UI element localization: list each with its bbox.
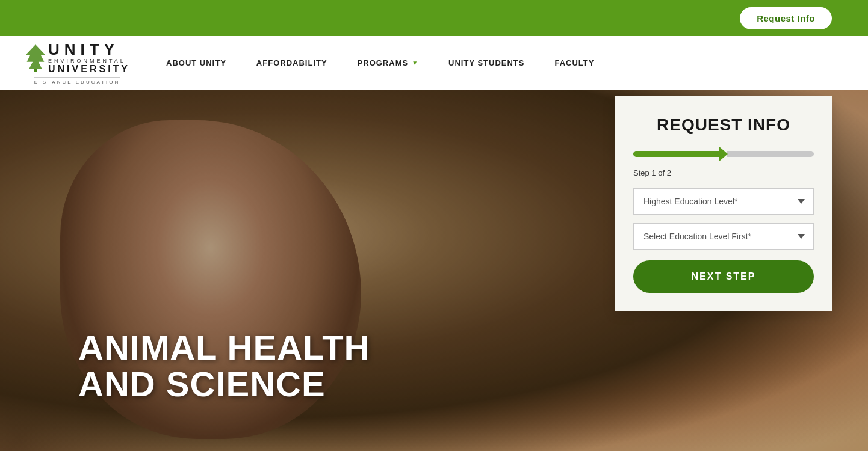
hero-title: ANIMAL HEALTH AND SCIENCE: [78, 330, 370, 403]
nav-link-programs[interactable]: PROGRAMS ▼: [358, 58, 418, 67]
logo-distance-text: DISTANCE EDUCATION: [34, 77, 120, 85]
top-bar: Request Info: [0, 0, 868, 36]
nav-link-about-unity[interactable]: ABOUT UNITY: [166, 58, 226, 67]
next-step-button[interactable]: NEXT STEP: [633, 260, 814, 293]
logo-unity-text: UNITY: [48, 41, 130, 57]
progress-step1: [633, 151, 720, 157]
main-nav: ABOUT UNITY AFFORDABILITY PROGRAMS ▼ UNI…: [166, 58, 594, 67]
logo[interactable]: UNITY ENVIRONMENTAL UNIVERSITY DISTANCE …: [24, 41, 130, 85]
nav-bar: UNITY ENVIRONMENTAL UNIVERSITY DISTANCE …: [0, 36, 868, 90]
logo-tree-icon: [24, 43, 47, 72]
logo-environmental-text: ENVIRONMENTAL: [48, 58, 130, 64]
nav-link-unity-students[interactable]: UNITY STUDENTS: [448, 58, 524, 67]
education-level-dropdown[interactable]: Highest Education Level* High School / G…: [633, 188, 814, 215]
hero-title-line2: AND SCIENCE: [78, 366, 370, 403]
hero-title-line1: ANIMAL HEALTH: [78, 330, 370, 366]
svg-marker-0: [26, 44, 46, 69]
logo-university-text: UNIVERSITY: [48, 64, 130, 75]
step-label: Step 1 of 2: [633, 168, 814, 177]
logo-text: UNITY ENVIRONMENTAL UNIVERSITY: [48, 41, 130, 75]
hero-text-block: ANIMAL HEALTH AND SCIENCE: [78, 330, 370, 403]
select-education-first-dropdown[interactable]: Select Education Level First*: [633, 223, 814, 250]
nav-programs-label: PROGRAMS: [358, 58, 409, 67]
hero-section: ANIMAL HEALTH AND SCIENCE REQUEST INFO S…: [0, 90, 868, 451]
progress-arrow-icon: [719, 147, 728, 161]
progress-step2: [727, 151, 814, 157]
nav-link-affordability[interactable]: AFFORDABILITY: [256, 58, 327, 67]
top-request-info-button[interactable]: Request Info: [740, 7, 832, 29]
programs-dropdown-arrow-icon: ▼: [412, 60, 418, 66]
request-info-panel: REQUEST INFO Step 1 of 2 Highest Educati…: [615, 96, 832, 311]
progress-bar: [633, 147, 814, 161]
nav-link-faculty[interactable]: FACULTY: [554, 58, 594, 67]
svg-rect-1: [34, 69, 37, 72]
panel-title: REQUEST INFO: [633, 115, 814, 135]
